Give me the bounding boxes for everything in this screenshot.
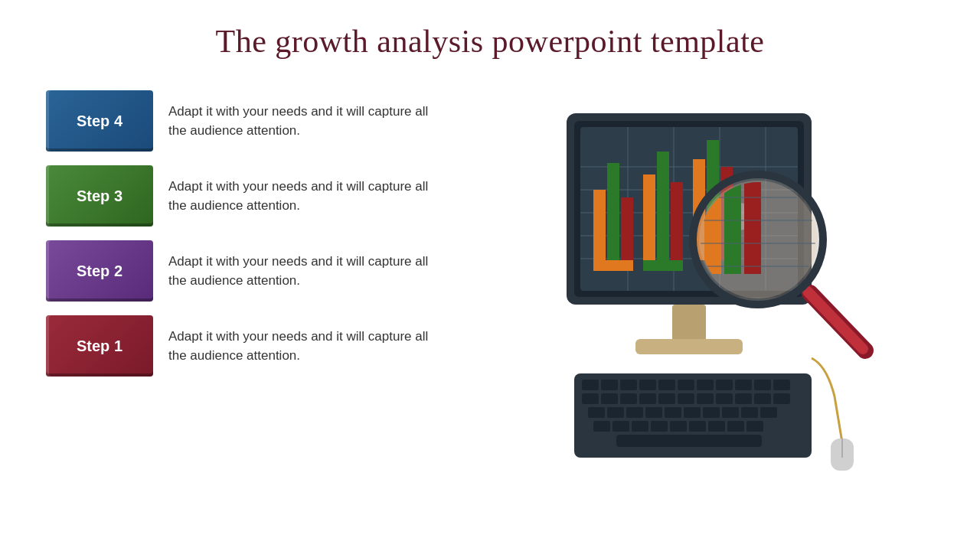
svg-rect-41 — [658, 393, 675, 404]
svg-rect-58 — [593, 421, 610, 432]
svg-rect-35 — [754, 380, 771, 390]
step3-badge: Step 3 — [46, 165, 153, 227]
step1-text: Adapt it with your needs and it will cap… — [168, 327, 429, 366]
svg-rect-62 — [670, 421, 687, 432]
steps-list: Step 4Adapt it with your needs and it wi… — [46, 90, 429, 377]
svg-rect-44 — [716, 393, 733, 404]
content-area: Step 4Adapt it with your needs and it wi… — [46, 90, 934, 488]
svg-rect-54 — [703, 407, 720, 418]
svg-rect-29 — [639, 380, 656, 390]
svg-rect-16 — [657, 152, 669, 260]
svg-rect-57 — [760, 407, 777, 418]
svg-rect-52 — [665, 407, 681, 418]
svg-rect-32 — [697, 380, 714, 390]
svg-rect-50 — [626, 407, 643, 418]
svg-rect-21 — [593, 260, 633, 271]
step2-text: Adapt it with your needs and it will cap… — [168, 252, 429, 291]
svg-rect-23 — [672, 305, 706, 343]
svg-rect-24 — [635, 339, 743, 354]
svg-rect-51 — [645, 407, 662, 418]
svg-rect-36 — [773, 380, 790, 390]
step2-badge: Step 2 — [46, 240, 153, 302]
svg-rect-53 — [684, 407, 701, 418]
svg-rect-59 — [612, 421, 629, 432]
step-row-step4: Step 4Adapt it with your needs and it wi… — [46, 90, 429, 152]
svg-rect-42 — [678, 393, 694, 404]
svg-line-75 — [808, 292, 863, 349]
svg-rect-38 — [601, 393, 618, 404]
computer-illustration — [498, 90, 896, 488]
svg-rect-28 — [620, 380, 637, 390]
step3-label: Step 3 — [77, 187, 122, 205]
svg-rect-30 — [658, 380, 675, 390]
svg-rect-63 — [689, 421, 706, 432]
slide-title: The growth analysis powerpoint template — [46, 23, 934, 60]
svg-rect-12 — [593, 190, 606, 260]
svg-rect-33 — [716, 380, 733, 390]
svg-rect-56 — [741, 407, 758, 418]
step1-label: Step 1 — [77, 337, 122, 355]
svg-rect-49 — [607, 407, 624, 418]
step2-label: Step 2 — [77, 262, 122, 280]
svg-rect-22 — [643, 260, 683, 271]
step4-badge: Step 4 — [46, 90, 153, 152]
step4-text: Adapt it with your needs and it will cap… — [168, 102, 429, 141]
step-row-step2: Step 2Adapt it with your needs and it wi… — [46, 240, 429, 302]
svg-rect-27 — [601, 380, 618, 390]
svg-rect-61 — [651, 421, 668, 432]
svg-rect-15 — [643, 174, 655, 260]
slide: The growth analysis powerpoint template … — [0, 0, 980, 551]
svg-rect-14 — [621, 197, 633, 260]
svg-rect-79 — [744, 182, 761, 274]
step-row-step1: Step 1Adapt it with your needs and it wi… — [46, 315, 429, 377]
svg-rect-34 — [735, 380, 752, 390]
step4-label: Step 4 — [77, 112, 122, 130]
svg-rect-37 — [582, 393, 599, 404]
illustration-area — [459, 90, 934, 488]
svg-rect-47 — [773, 393, 790, 404]
svg-rect-55 — [722, 407, 739, 418]
svg-rect-66 — [746, 421, 763, 432]
svg-rect-40 — [639, 393, 656, 404]
svg-rect-67 — [616, 435, 762, 447]
svg-rect-48 — [588, 407, 605, 418]
svg-rect-46 — [754, 393, 771, 404]
step-row-step3: Step 3Adapt it with your needs and it wi… — [46, 165, 429, 227]
svg-rect-39 — [620, 393, 637, 404]
step1-badge: Step 1 — [46, 315, 153, 377]
svg-rect-17 — [671, 182, 683, 260]
svg-rect-26 — [582, 380, 599, 390]
svg-rect-31 — [678, 380, 694, 390]
svg-rect-43 — [697, 393, 714, 404]
svg-rect-64 — [708, 421, 725, 432]
svg-rect-13 — [607, 163, 619, 260]
svg-rect-65 — [727, 421, 744, 432]
step3-text: Adapt it with your needs and it will cap… — [168, 177, 429, 216]
svg-rect-60 — [632, 421, 648, 432]
svg-rect-45 — [735, 393, 752, 404]
